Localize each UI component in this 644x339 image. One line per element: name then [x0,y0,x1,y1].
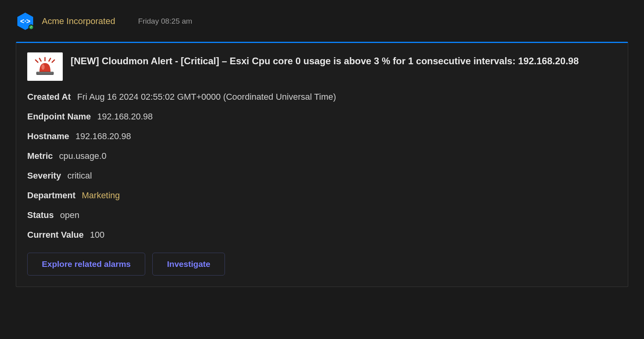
header-timestamp: Friday 08:25 am [138,17,192,26]
svg-rect-9 [37,73,53,73]
field-value: 100 [90,230,105,240]
field-value: Fri Aug 16 2024 02:55:02 GMT+0000 (Coord… [77,92,336,102]
alert-card: [NEW] Cloudmon Alert - [Critical] – Esxi… [16,42,628,287]
field-value: Marketing [82,190,120,201]
action-row: Explore related alarms Investigate [27,253,617,276]
field-value: critical [67,171,92,181]
company-logo: <·> [16,12,35,31]
field-label: Metric [27,151,53,161]
field-department: Department Marketing [27,190,617,201]
svg-line-6 [49,58,51,61]
field-value: open [60,210,79,220]
field-label: Current Value [27,230,84,240]
alert-title: [NEW] Cloudmon Alert - [Critical] – Esxi… [71,52,579,67]
svg-line-5 [39,58,41,61]
field-hostname: Hostname 192.168.20.98 [27,131,617,142]
header-bar: <·> Acme Incorporated Friday 08:25 am [16,12,628,31]
field-current-value: Current Value 100 [27,230,617,240]
company-name: Acme Incorporated [42,16,115,26]
field-value: cpu.usage.0 [59,151,107,161]
field-label: Hostname [27,131,69,142]
svg-line-2 [36,60,38,62]
field-severity: Severity critical [27,171,617,181]
field-value: 192.168.20.98 [75,131,131,142]
siren-icon [27,52,63,81]
svg-point-7 [41,64,45,70]
svg-line-3 [52,60,54,62]
field-status: Status open [27,210,617,220]
status-online-icon [28,24,34,30]
field-label: Department [27,190,75,201]
alert-title-row: [NEW] Cloudmon Alert - [Critical] – Esxi… [27,52,617,81]
field-metric: Metric cpu.usage.0 [27,151,617,161]
field-value: 192.168.20.98 [97,112,153,122]
svg-text:<·>: <·> [20,17,30,25]
explore-related-alarms-button[interactable]: Explore related alarms [27,253,145,276]
field-label: Created At [27,92,71,102]
field-label: Endpoint Name [27,112,91,122]
field-label: Status [27,210,54,220]
field-endpoint-name: Endpoint Name 192.168.20.98 [27,112,617,122]
investigate-button[interactable]: Investigate [152,253,225,276]
field-created-at: Created At Fri Aug 16 2024 02:55:02 GMT+… [27,92,617,102]
field-label: Severity [27,171,61,181]
